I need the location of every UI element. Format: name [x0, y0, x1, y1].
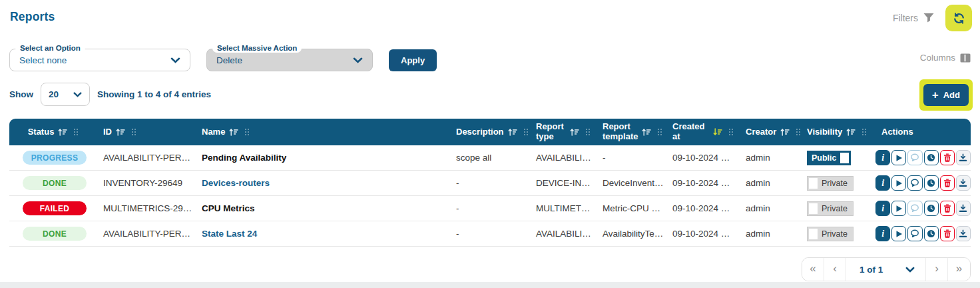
- refresh-button[interactable]: [945, 5, 972, 31]
- column-drag-handle-icon[interactable]: [73, 128, 79, 136]
- report-type: AVAILABILI…: [527, 229, 593, 239]
- chevron-down-icon: [170, 57, 180, 63]
- delete-icon[interactable]: [940, 175, 955, 191]
- chevron-down-icon: [905, 267, 915, 273]
- visibility-toggle[interactable]: Private: [807, 227, 854, 241]
- visibility-toggle[interactable]: Private: [807, 176, 854, 191]
- report-id: AVAILABILITY-PER…: [100, 153, 200, 163]
- comments-icon[interactable]: [907, 175, 922, 191]
- toggle-knob: [809, 203, 818, 214]
- apply-button[interactable]: Apply: [389, 49, 437, 71]
- comments-icon[interactable]: [907, 226, 922, 241]
- option-select-value: Select none: [19, 55, 67, 65]
- run-report-icon[interactable]: [891, 175, 906, 191]
- column-drag-handle-icon[interactable]: [585, 128, 591, 136]
- plus-icon: +: [932, 89, 939, 101]
- delete-icon[interactable]: [940, 201, 955, 216]
- column-header-actions: Actions: [872, 127, 971, 137]
- column-drag-handle-icon[interactable]: [728, 128, 734, 136]
- page-select[interactable]: 1 of 1: [846, 258, 926, 281]
- table-row: PROGRESS AVAILABILITY-PER… Pending Avail…: [9, 145, 971, 171]
- page-title: Reports: [10, 10, 55, 24]
- report-description: scope all: [447, 153, 527, 163]
- sort-icon[interactable]: [570, 128, 580, 136]
- column-header-report-type: Report type: [527, 122, 593, 142]
- sort-icon[interactable]: [116, 128, 126, 136]
- add-button-highlight: + Add: [919, 79, 973, 111]
- info-icon[interactable]: i: [875, 226, 890, 241]
- report-name-link[interactable]: Devices-routers: [202, 178, 270, 188]
- sort-icon[interactable]: [780, 128, 790, 136]
- status-badge: DONE: [23, 176, 87, 190]
- comments-icon[interactable]: [907, 201, 922, 216]
- show-label: Show: [9, 89, 33, 99]
- run-report-icon[interactable]: [891, 150, 906, 165]
- page-size-value: 20: [49, 89, 59, 99]
- top-bar-actions: Filters: [893, 5, 972, 31]
- report-id: INVENTORY-29649: [100, 178, 200, 188]
- chevron-down-icon: [73, 92, 82, 97]
- column-drag-handle-icon[interactable]: [861, 128, 867, 136]
- sort-icon[interactable]: [229, 128, 239, 136]
- report-id: MULTIMETRICS-29…: [100, 203, 200, 213]
- column-drag-handle-icon[interactable]: [244, 128, 250, 136]
- page-size-select[interactable]: 20: [41, 83, 90, 106]
- column-drag-handle-icon[interactable]: [131, 128, 136, 136]
- status-badge: FAILED: [23, 201, 87, 215]
- schedule-icon[interactable]: [924, 226, 939, 241]
- page-indicator: 1 of 1: [859, 265, 883, 275]
- report-description: -: [447, 203, 527, 213]
- sort-icon[interactable]: [58, 128, 68, 136]
- showing-entries-text: Showing 1 to 4 of 4 entries: [97, 89, 211, 99]
- schedule-icon[interactable]: [924, 150, 939, 165]
- download-icon[interactable]: [956, 201, 971, 216]
- sort-icon[interactable]: [508, 128, 518, 136]
- visibility-toggle[interactable]: Private: [807, 201, 854, 216]
- visibility-toggle[interactable]: Public: [807, 151, 851, 165]
- option-select[interactable]: Select an Option Select none: [9, 49, 190, 71]
- add-button[interactable]: + Add: [923, 84, 969, 106]
- delete-icon[interactable]: [940, 150, 955, 165]
- column-header-created-at: Created at: [663, 122, 736, 142]
- last-page-button[interactable]: »: [948, 258, 970, 281]
- next-page-button[interactable]: ›: [926, 258, 948, 281]
- toggle-knob: [809, 178, 818, 189]
- info-icon[interactable]: i: [875, 150, 890, 165]
- sort-active-desc-icon[interactable]: [713, 128, 723, 136]
- run-report-icon[interactable]: [891, 226, 906, 241]
- schedule-icon[interactable]: [924, 175, 939, 191]
- status-badge: PROGRESS: [23, 151, 87, 165]
- sort-icon[interactable]: [846, 128, 856, 136]
- column-header-status: Status: [9, 127, 100, 137]
- prev-page-button[interactable]: ‹: [824, 258, 846, 281]
- table-header-row: Status ID Name Description Report type R…: [9, 119, 971, 145]
- columns-label: Columns: [920, 53, 955, 63]
- report-name-link[interactable]: State Last 24: [202, 229, 257, 239]
- status-badge: DONE: [23, 227, 87, 241]
- download-icon[interactable]: [956, 226, 971, 241]
- created-at: 09-10-2024 …: [663, 203, 736, 213]
- info-icon[interactable]: i: [875, 201, 890, 216]
- column-header-visibility: Visibility: [798, 127, 872, 137]
- first-page-button[interactable]: «: [802, 258, 824, 281]
- download-icon[interactable]: [956, 175, 971, 191]
- info-icon[interactable]: i: [875, 175, 890, 191]
- schedule-icon[interactable]: [924, 201, 939, 216]
- creator: admin: [736, 153, 798, 163]
- comments-icon[interactable]: [907, 150, 922, 165]
- delete-icon[interactable]: [940, 226, 955, 241]
- run-report-icon[interactable]: [891, 201, 906, 216]
- chevron-down-icon: [353, 57, 363, 63]
- column-header-description: Description: [447, 127, 527, 137]
- filters-button[interactable]: Filters: [893, 13, 935, 23]
- sort-icon[interactable]: [642, 128, 652, 136]
- column-header-creator: Creator: [736, 127, 798, 137]
- toggle-knob: [809, 229, 818, 239]
- report-template: -: [593, 153, 663, 163]
- download-icon[interactable]: [956, 150, 971, 165]
- refresh-icon: [953, 12, 965, 25]
- report-template: Metric-CPU …: [593, 203, 663, 213]
- columns-button[interactable]: Columns: [920, 53, 971, 63]
- massive-action-select[interactable]: Select Massive Action Delete: [206, 49, 373, 71]
- column-drag-handle-icon[interactable]: [657, 128, 662, 136]
